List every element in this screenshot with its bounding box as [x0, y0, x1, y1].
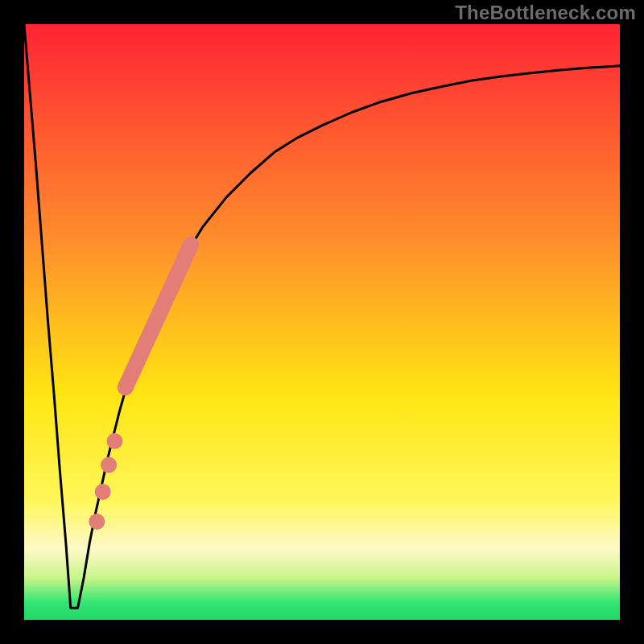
- bottleneck-chart: [0, 0, 644, 644]
- overlay-dot: [89, 514, 105, 530]
- frame-right: [620, 0, 644, 644]
- frame-top: [0, 0, 644, 24]
- frame-bottom: [0, 620, 644, 644]
- overlay-dot: [107, 433, 123, 449]
- overlay-dot: [101, 457, 117, 473]
- plot-background: [24, 24, 620, 620]
- overlay-dot: [95, 484, 111, 500]
- frame-left: [0, 0, 24, 644]
- chart-container: TheBottleneck.com: [0, 0, 644, 644]
